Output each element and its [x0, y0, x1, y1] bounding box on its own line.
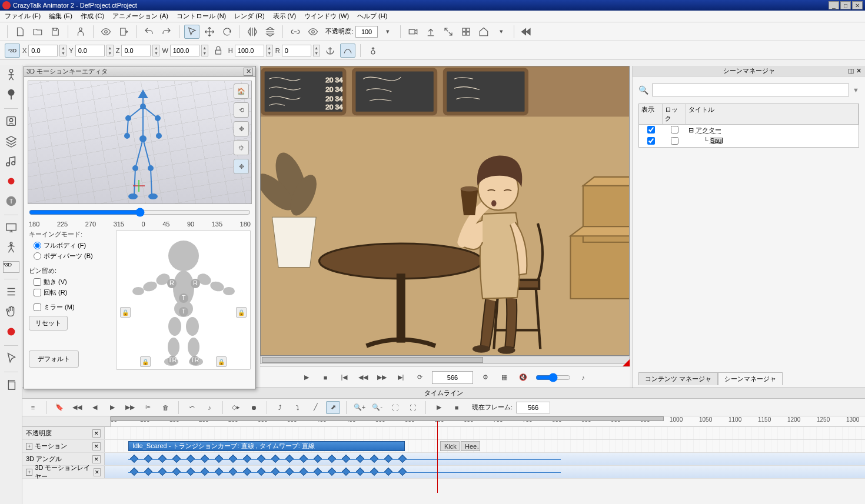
visibility-icon[interactable]: [305, 25, 321, 39]
stop-icon[interactable]: ■: [319, 371, 332, 384]
fullbody-radio[interactable]: フルボディ (F): [34, 241, 111, 250]
first-frame-icon[interactable]: |◀: [338, 371, 351, 384]
menu-edit[interactable]: 編集 (E): [46, 11, 75, 22]
scene-close-icon[interactable]: ✕: [856, 67, 861, 75]
play-icon[interactable]: ▶: [300, 371, 313, 384]
add-anchor-icon[interactable]: [365, 44, 381, 58]
menu-create[interactable]: 作成 (C): [78, 11, 107, 22]
3d-mode-icon[interactable]: ³3D: [5, 44, 20, 58]
copy-tool-icon[interactable]: [5, 378, 18, 392]
flip-v-icon[interactable]: [262, 25, 278, 39]
next-frame-icon[interactable]: ▶▶: [375, 371, 388, 384]
view-home-icon[interactable]: 🏠: [234, 84, 249, 99]
pose-tool-icon[interactable]: [5, 241, 18, 255]
screen-tool-icon[interactable]: [5, 221, 18, 235]
eye-icon[interactable]: [98, 25, 114, 39]
angle-slider[interactable]: [29, 208, 251, 217]
track-content[interactable]: Idle_Scared - トランジションカーブ: 直線 , タイムワープ: 直…: [105, 440, 865, 452]
tl-undo-icon[interactable]: ⤺: [185, 401, 199, 414]
loop-icon[interactable]: ⟳: [413, 371, 426, 384]
frame-input[interactable]: [432, 371, 473, 384]
pin-rotate-check[interactable]: 回転 (R): [34, 288, 111, 297]
tl-step-icon[interactable]: ⬈: [326, 401, 340, 414]
tl-rewind-icon[interactable]: ◀◀: [70, 401, 84, 414]
tl-list-icon[interactable]: ≡: [26, 401, 40, 414]
track-content[interactable]: [105, 453, 865, 465]
new-file-icon[interactable]: [12, 25, 28, 39]
tl-fullscreen-icon[interactable]: ⛶: [405, 401, 420, 414]
home-dropdown-icon[interactable]: ▾: [494, 25, 509, 39]
camera-icon[interactable]: [405, 25, 421, 39]
face-tool-icon[interactable]: [5, 115, 18, 129]
scene-row-saul[interactable]: └ Saul: [639, 136, 859, 147]
flip-h-icon[interactable]: [245, 25, 260, 39]
mute-icon[interactable]: 🔇: [517, 371, 530, 384]
track-content[interactable]: [105, 427, 865, 439]
tl-curve1-icon[interactable]: ⤴: [273, 401, 287, 414]
scene-search-input[interactable]: [652, 84, 849, 96]
home-icon[interactable]: [476, 25, 491, 39]
reset-button[interactable]: リセット: [29, 316, 68, 331]
motion-clip-extra[interactable]: Kick: [440, 441, 460, 451]
motion-clip-extra[interactable]: Hee…: [461, 441, 480, 451]
tl-marker-icon[interactable]: 🔖: [52, 401, 66, 414]
hand-tool-icon[interactable]: [5, 305, 18, 319]
viewport[interactable]: 20 34 20 34 20 34 20 34: [260, 66, 630, 356]
scene-popout-icon[interactable]: ◫: [848, 67, 854, 75]
tl-audio-icon[interactable]: ♪: [202, 401, 217, 414]
undo-icon[interactable]: [141, 25, 157, 39]
pointer-tool-icon[interactable]: [5, 352, 18, 366]
select-tool-icon[interactable]: [184, 25, 199, 39]
record2-tool-icon[interactable]: [5, 325, 18, 339]
cur-frame-input[interactable]: [516, 402, 550, 413]
tl-play-icon[interactable]: ▶: [432, 401, 446, 414]
volume-slider[interactable]: [535, 373, 571, 382]
prev-frame-icon[interactable]: ◀◀: [357, 371, 370, 384]
tl-zoomin-icon[interactable]: 🔍+: [352, 401, 367, 414]
lock-left-hand-icon[interactable]: 🔒: [120, 307, 131, 318]
minimize-button[interactable]: _: [829, 1, 839, 9]
tl-stop-icon[interactable]: ■: [450, 401, 464, 414]
export-icon[interactable]: [116, 25, 131, 39]
redo-icon[interactable]: [159, 25, 174, 39]
pin-move-check[interactable]: 動き (V): [34, 278, 111, 286]
filter-dropdown-icon[interactable]: ▼: [853, 86, 859, 94]
expand-icon[interactable]: [441, 25, 456, 39]
list-tool-icon[interactable]: [5, 285, 18, 299]
viewport-scrollbar[interactable]: [260, 356, 630, 364]
lock-right-foot-icon[interactable]: 🔒: [216, 356, 227, 367]
3d-tool-icon[interactable]: ³3D: [3, 261, 19, 273]
open-file-icon[interactable]: [30, 25, 45, 39]
opacity-dropdown-icon[interactable]: ▾: [380, 25, 395, 39]
tl-rec-icon[interactable]: ⏺: [247, 401, 261, 414]
music-icon[interactable]: ♪: [577, 371, 590, 384]
menu-file[interactable]: ファイル (F): [2, 11, 43, 22]
menu-animation[interactable]: アニメーション (A): [110, 11, 171, 22]
view-pan-icon[interactable]: ✥: [234, 121, 249, 136]
move-tool-icon[interactable]: [202, 25, 217, 39]
opacity-input[interactable]: [355, 26, 378, 38]
tab-scene-mgr[interactable]: シーンマネージャ: [718, 372, 783, 385]
rewind-all-icon[interactable]: [519, 25, 534, 39]
menu-window[interactable]: ウインドウ (W): [302, 11, 351, 22]
menu-view[interactable]: 表示 (V): [271, 11, 299, 22]
bodyparts-selector[interactable]: R R T T TR TR 🔒 🔒 🔒 🔒: [116, 230, 251, 370]
close-button[interactable]: ✕: [852, 1, 863, 9]
last-frame-icon[interactable]: ▶|: [394, 371, 407, 384]
lock-right-hand-icon[interactable]: 🔒: [236, 307, 247, 318]
tl-delete-icon[interactable]: 🗑: [158, 401, 172, 414]
tl-next-icon[interactable]: ▶: [105, 401, 119, 414]
tl-key-icon[interactable]: ◇▸: [229, 401, 243, 414]
record-tool-icon[interactable]: [5, 175, 18, 189]
rotate-tool-icon[interactable]: [219, 25, 235, 39]
lock-left-foot-icon[interactable]: 🔒: [140, 356, 151, 367]
motion-clip[interactable]: Idle_Scared - トランジションカーブ: 直線 , タイムワープ: 直…: [128, 441, 405, 451]
menu-render[interactable]: レンダ (R): [232, 11, 267, 22]
save-icon[interactable]: [48, 25, 63, 39]
snap-icon[interactable]: ▦: [498, 371, 511, 384]
track-label[interactable]: + モーション✕: [22, 440, 105, 452]
mirror-check[interactable]: ミラー (M): [34, 303, 111, 312]
track-label[interactable]: + 3D モーションレイヤー✕: [22, 466, 105, 478]
bodyparts-radio[interactable]: ボディパーツ (B): [34, 252, 111, 261]
link-icon[interactable]: [288, 25, 303, 39]
